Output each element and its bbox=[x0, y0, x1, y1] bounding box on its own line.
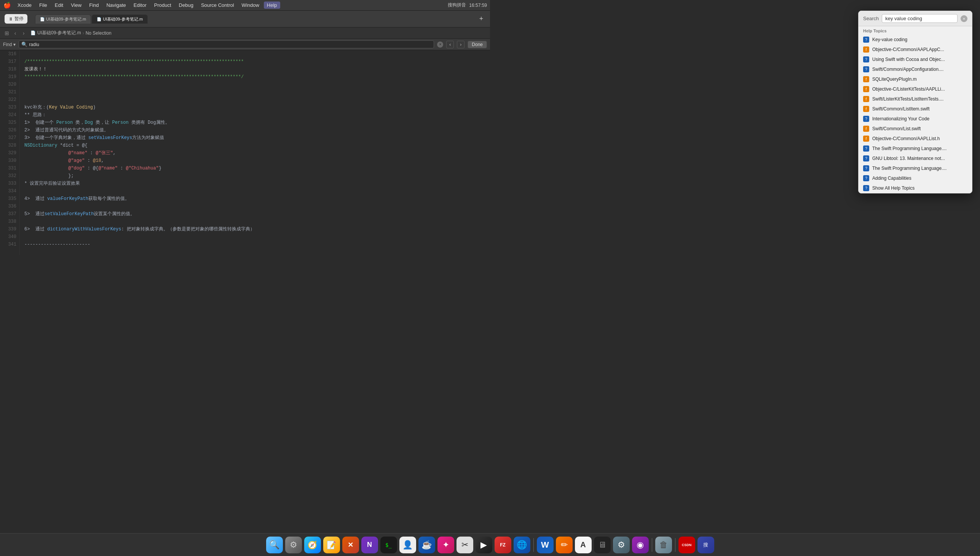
line-num: 332 bbox=[3, 172, 16, 180]
line-num: 318 bbox=[3, 66, 16, 73]
line-num: 323 bbox=[3, 103, 16, 111]
toolbar: ⏸ 暂停 📄 UI基础09-参考笔记.m 📄 UI基础09-参考笔记.m + bbox=[0, 11, 490, 27]
line-num: 329 bbox=[3, 149, 16, 157]
line-num: 317 bbox=[3, 58, 16, 66]
menu-debug[interactable]: Debug bbox=[176, 2, 197, 9]
line-num: 326 bbox=[3, 126, 16, 134]
code-line-325: 1> 创建一个 Person 类，Dog 类，让 Person 类拥有 Dog属… bbox=[24, 119, 486, 126]
menu-product[interactable]: Product bbox=[151, 2, 174, 9]
code-line-316 bbox=[24, 50, 486, 58]
code-line-329: @"name" : @"张三", bbox=[24, 149, 486, 157]
code-line-322 bbox=[24, 96, 486, 103]
menu-navigate[interactable]: Navigate bbox=[103, 2, 129, 9]
breadcrumb: 📄 UI基础09-参考笔记.m › No Selection bbox=[31, 30, 111, 36]
find-clear-button[interactable]: × bbox=[437, 42, 443, 48]
line-num: 339 bbox=[3, 225, 16, 233]
code-line-320 bbox=[24, 81, 486, 88]
find-bar: Find ▾ 🔍 × ‹ › Done bbox=[0, 39, 490, 50]
code-line-318: 发课表！！ bbox=[24, 66, 486, 73]
layout-icon[interactable]: ⊞ bbox=[3, 29, 11, 37]
line-num: 334 bbox=[3, 187, 16, 195]
code-line-328: NSDictionary *dict = @{ bbox=[24, 142, 486, 149]
menu-view[interactable]: View bbox=[68, 2, 84, 9]
find-selector[interactable]: Find ▾ bbox=[3, 42, 16, 47]
line-num: 335 bbox=[3, 195, 16, 203]
pause-label: 暂停 bbox=[15, 16, 24, 22]
line-num: 328 bbox=[3, 142, 16, 149]
breadcrumb-filename: UI基础09-参考笔记.m bbox=[37, 30, 81, 36]
clock: 16:57:59 bbox=[469, 3, 487, 8]
code-line-340 bbox=[24, 233, 486, 241]
code-line-339: 6> 通过 dictionaryWithValuesForKeys: 把对象转换… bbox=[24, 225, 486, 233]
find-chevron-icon: ▾ bbox=[13, 42, 16, 47]
line-num: 324 bbox=[3, 111, 16, 119]
code-line-330: @"age" : @18, bbox=[24, 157, 486, 165]
line-num: 337 bbox=[3, 210, 16, 218]
find-prev-button[interactable]: ‹ bbox=[446, 41, 454, 48]
apple-menu[interactable]: 🍎 bbox=[3, 1, 11, 10]
tab-1-label: UI基础09-参考笔记.m bbox=[46, 16, 86, 22]
menu-window[interactable]: Window bbox=[239, 2, 262, 9]
tab-1[interactable]: 📄 UI基础09-参考笔记.m bbox=[35, 15, 91, 24]
menu-sourcecontrol[interactable]: Source Control bbox=[198, 2, 237, 9]
line-num: 331 bbox=[3, 165, 16, 172]
input-method-label: 搜狗拼音 bbox=[448, 2, 466, 8]
line-num: 327 bbox=[3, 134, 16, 142]
breadcrumb-file-icon: 📄 bbox=[31, 31, 36, 36]
line-num: 316 bbox=[3, 50, 16, 58]
find-input[interactable] bbox=[29, 42, 431, 47]
menu-find[interactable]: Find bbox=[86, 2, 102, 9]
find-next-button[interactable]: › bbox=[457, 41, 465, 48]
pause-icon: ⏸ bbox=[8, 16, 13, 22]
line-num: 325 bbox=[3, 119, 16, 126]
add-tab-button[interactable]: + bbox=[477, 15, 486, 23]
nav-forward[interactable]: › bbox=[20, 29, 27, 37]
nav-back[interactable]: ‹ bbox=[11, 29, 19, 37]
code-line-326: 2> 通过普通写代码的方式为对象赋值。 bbox=[24, 126, 486, 134]
breadcrumb-bar: ⊞ ‹ › 📄 UI基础09-参考笔记.m › No Selection bbox=[0, 27, 490, 39]
tab-2-label: UI基础09-参考笔记.m bbox=[103, 16, 143, 22]
menu-file[interactable]: File bbox=[36, 2, 50, 9]
tab-2[interactable]: 📄 UI基础09-参考笔记.m bbox=[92, 15, 148, 24]
file-icon-2: 📄 bbox=[97, 17, 101, 21]
code-line-327: 3> 创建一个字典对象，通过 setValuesForKeys方法为对象赋值 bbox=[24, 134, 486, 142]
menu-help[interactable]: Help bbox=[264, 2, 280, 9]
line-num: 341 bbox=[3, 241, 16, 248]
code-editor[interactable]: /***************************************… bbox=[20, 50, 490, 255]
line-num: 333 bbox=[3, 180, 16, 187]
line-num: 320 bbox=[3, 81, 16, 88]
code-line-341: ------------------------ bbox=[24, 241, 486, 248]
code-line-335: 4> 通过 valueForKeyPath获取每个属性的值。 bbox=[24, 195, 486, 203]
code-line-333: * 设置完毕后验证设置效果 bbox=[24, 180, 486, 187]
code-line-336 bbox=[24, 203, 486, 210]
file-icon: 📄 bbox=[40, 17, 45, 21]
line-num: 321 bbox=[3, 88, 16, 96]
tab-bar: 📄 UI基础09-参考笔记.m 📄 UI基础09-参考笔记.m bbox=[35, 15, 474, 24]
code-line-321 bbox=[24, 88, 486, 96]
breadcrumb-selection: No Selection bbox=[86, 31, 111, 36]
breadcrumb-separator: › bbox=[82, 31, 84, 36]
menu-xcode[interactable]: Xcode bbox=[15, 2, 35, 9]
code-line-338 bbox=[24, 218, 486, 225]
code-line-324: ** 思路： bbox=[24, 111, 486, 119]
find-done-button[interactable]: Done bbox=[468, 41, 487, 48]
code-line-332: }; bbox=[24, 172, 486, 180]
line-num: 322 bbox=[3, 96, 16, 103]
search-icon: 🔍 bbox=[21, 42, 27, 47]
code-line-331: @"dog" : @{@"name" : @"Chihuahua"} bbox=[24, 165, 486, 172]
code-line-337: 5> 通过setValueForKeyPath设置某个属性的值。 bbox=[24, 210, 486, 218]
editor-area: 316 317 318 319 320 321 322 323 324 325 … bbox=[0, 50, 490, 255]
code-line-334 bbox=[24, 187, 486, 195]
code-line-317: /***************************************… bbox=[24, 58, 486, 66]
code-line-323: kvc补充：(Key Value Coding) bbox=[24, 103, 486, 111]
find-label: Find bbox=[3, 42, 12, 47]
line-num: 336 bbox=[3, 203, 16, 210]
line-num: 340 bbox=[3, 233, 16, 241]
nav-buttons: ⊞ ‹ › bbox=[3, 29, 27, 37]
line-numbers: 316 317 318 319 320 321 322 323 324 325 … bbox=[0, 50, 20, 255]
pause-button[interactable]: ⏸ 暂停 bbox=[5, 14, 27, 24]
menubar: 🍎 Xcode File Edit View Find Navigate Edi… bbox=[0, 0, 490, 11]
code-line-319: ****************************************… bbox=[24, 73, 486, 81]
menu-editor[interactable]: Editor bbox=[131, 2, 150, 9]
menu-edit[interactable]: Edit bbox=[52, 2, 66, 9]
